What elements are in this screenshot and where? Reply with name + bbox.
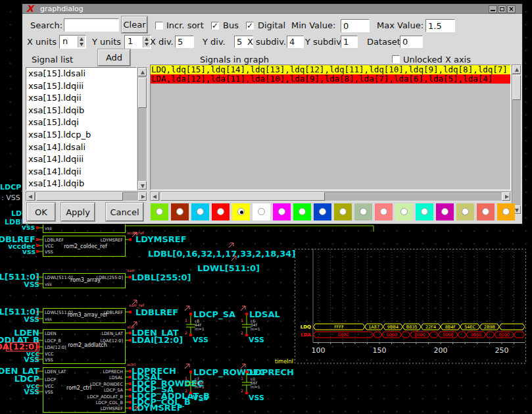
waveform-graph[interactable]: 100150200250LDQFFFF1A879BB4B83522F48B4F5… <box>275 249 526 365</box>
scroll-thumb[interactable] <box>512 75 521 100</box>
palette-color-radio[interactable] <box>232 203 250 220</box>
net-label[interactable]: LDBL[255:0] <box>132 272 191 282</box>
palette-color-radio[interactable] <box>253 203 270 220</box>
schematic-block-rom2_addlatch[interactable]: rom2_addlatchLDENLDCP_BLDA[12:0]VCCVSSLD… <box>36 330 132 364</box>
x-units-spin-arrows[interactable] <box>78 36 85 47</box>
launcher-arrow-icon[interactable] <box>241 306 245 311</box>
signal-list-item[interactable]: xsa[14].ldqii <box>26 166 136 178</box>
palette-color-radio[interactable] <box>497 203 515 220</box>
x-div-input[interactable] <box>175 36 194 48</box>
launcher-arrow-icon[interactable] <box>185 364 189 369</box>
digital-checkbox[interactable] <box>246 22 254 30</box>
schematic-block-rom2_coldec_ref[interactable]: rom2_coldec_refLDBLREFVCCVSSLDYMSREF <box>36 236 132 257</box>
palette-color-radio[interactable] <box>375 203 393 220</box>
net-label[interactable]: LDSAL <box>249 309 280 319</box>
dataset-input[interactable] <box>400 36 423 48</box>
palette-color-radio[interactable] <box>334 203 352 220</box>
palette-color-radio[interactable] <box>416 203 433 220</box>
launcher-arrow-icon[interactable] <box>229 243 233 247</box>
titlebar[interactable]: X graphdialog × <box>22 4 522 14</box>
scroll-right-icon[interactable] <box>138 192 147 201</box>
scroll-thumb[interactable] <box>160 192 325 201</box>
palette-color-radio[interactable] <box>191 203 209 220</box>
net-label[interactable]: LDBL[0,16,32,1,17,33,2,18,34] <box>148 249 295 259</box>
search-input[interactable] <box>64 18 119 32</box>
signal-list-vscrollbar[interactable] <box>137 67 147 190</box>
palette-color-radio[interactable] <box>151 203 168 220</box>
signal-list-item[interactable]: xsa[14].ldqib <box>26 178 136 190</box>
minimize-button[interactable] <box>489 5 497 13</box>
graph-signal-row[interactable]: LDQ,ldq[15],ldq[14],ldq[13],ldq[12],ldq[… <box>151 65 510 74</box>
net-label[interactable]: LDCP_SA <box>193 309 235 320</box>
ok-button[interactable]: OK <box>27 203 55 221</box>
signal-list-item[interactable]: xsa[15].ldqib <box>26 105 136 117</box>
net-label[interactable]: LDPRECH <box>249 367 294 377</box>
launcher-arrow-icon[interactable] <box>185 306 189 311</box>
graph-boundary[interactable] <box>295 249 526 364</box>
scroll-left-icon[interactable] <box>151 192 159 201</box>
net-label[interactable]: VSS <box>24 280 39 289</box>
signal-list-item[interactable]: xsa[15].ldqiii <box>26 80 136 93</box>
palette-color-radio[interactable] <box>273 203 291 220</box>
signal-listbox[interactable]: xsa[15].ldsalixsa[15].ldqiiixsa[15].ldqi… <box>26 67 137 190</box>
net-label[interactable]: VSS <box>24 315 39 324</box>
spin-up-icon[interactable] <box>80 38 84 41</box>
y-units-spin-arrows[interactable] <box>143 36 150 47</box>
spin-down-icon[interactable] <box>80 43 84 46</box>
palette-color-radio[interactable] <box>293 203 311 220</box>
scroll-thumb[interactable] <box>36 192 123 201</box>
signal-list-item[interactable]: xsa[15].ldqi <box>26 116 136 129</box>
scroll-right-icon[interactable] <box>502 192 510 201</box>
net-label[interactable]: LDWL[511:0] <box>197 263 260 273</box>
clear-button[interactable]: Clear <box>122 16 147 33</box>
incr-sort-checkbox[interactable] <box>155 22 163 30</box>
scroll-up-icon[interactable] <box>512 65 521 74</box>
min-value-input[interactable] <box>341 19 370 32</box>
palette-color-radio[interactable] <box>436 203 454 220</box>
schematic-block-rom3_array_ref[interactable]: rom3_array_refLDWL[511:0]vssLDBLREF <box>36 309 132 323</box>
net-label[interactable]: LDAI[12:0] <box>132 335 183 345</box>
palette-color-radio[interactable] <box>171 203 189 220</box>
bus-checkbox[interactable] <box>211 22 219 30</box>
net-label[interactable]: vss <box>22 247 36 256</box>
apply-button[interactable]: Apply <box>61 203 95 221</box>
scroll-left-icon[interactable] <box>26 192 35 201</box>
textarea-vscrollbar[interactable] <box>512 65 521 215</box>
add-button[interactable]: Add <box>98 49 130 66</box>
textarea-hscrollbar[interactable] <box>150 192 511 201</box>
spin-up-icon[interactable] <box>145 38 149 41</box>
net-label[interactable]: LDBLREF <box>135 307 178 317</box>
palette-color-radio[interactable] <box>477 203 495 220</box>
palette-color-radio[interactable] <box>314 203 331 220</box>
schematic-block-rom2_ctrl[interactable]: rom2_ctrlLDEN_LATLDCPVCCVSSLDPRECHLDSALL… <box>36 368 132 413</box>
max-value-input[interactable] <box>425 19 455 32</box>
net-label[interactable]: VSS <box>249 336 264 344</box>
palette-color-radio[interactable] <box>456 203 474 220</box>
net-label[interactable]: LDYMSREF <box>132 403 183 413</box>
spin-down-icon[interactable] <box>145 43 149 46</box>
net-label[interactable]: VSS <box>24 388 39 396</box>
net-label[interactable]: VSS <box>249 394 264 402</box>
y-units-spinbox[interactable]: 1 <box>124 35 151 49</box>
unlocked-x-axis-checkbox[interactable] <box>392 55 400 63</box>
net-label[interactable]: LDYMSREF <box>135 234 187 244</box>
scroll-thumb[interactable] <box>138 78 147 108</box>
schematic-block-rom3_array[interactable]: rom3_arrayLDWL[511:0]vssLDBL[255:0] <box>36 274 132 288</box>
maximize-button[interactable] <box>498 5 506 13</box>
net-label[interactable]: VSS <box>24 355 39 364</box>
palette-color-radio[interactable] <box>395 203 413 220</box>
graph-signal-row[interactable]: LDA,lda[12],lda[11],lda[10],lda[9],lda[8… <box>151 74 510 84</box>
palette-color-radio[interactable] <box>354 203 372 220</box>
signal-list-hscrollbar[interactable] <box>26 192 147 201</box>
scroll-down-icon[interactable] <box>138 181 147 190</box>
signal-list-item[interactable]: xsa[15].ldsali <box>26 68 136 80</box>
close-button[interactable]: × <box>507 5 516 13</box>
signal-list-item[interactable]: xsa[15].ldcp_b <box>26 129 136 142</box>
cancel-button[interactable]: Cancel <box>106 203 143 221</box>
signal-list-item[interactable]: xsa[15].ldqii <box>26 92 136 105</box>
scroll-up-icon[interactable] <box>138 68 147 76</box>
net-label[interactable]: : VSS <box>1 194 20 202</box>
signal-list-item[interactable]: xsa[14].ldqiii <box>26 153 136 166</box>
signals-in-graph-textarea[interactable]: LDQ,ldq[15],ldq[14],ldq[13],ldq[12],ldq[… <box>150 65 511 190</box>
signal-list-item[interactable]: xsa[14].ldsali <box>26 142 136 154</box>
